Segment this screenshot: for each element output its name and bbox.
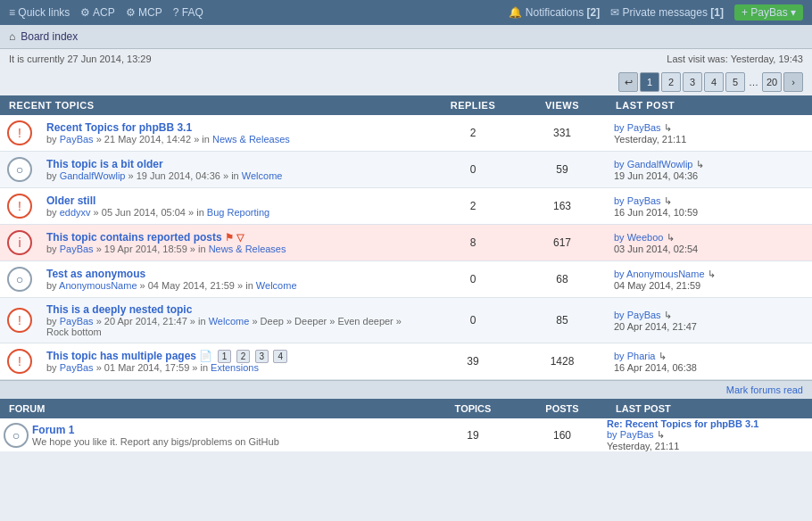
topic-title-link[interactable]: Test as anonymous	[46, 268, 145, 280]
topic-title-link[interactable]: This is a deeply nested topic	[46, 303, 192, 316]
lastpost-author-link[interactable]: by AnonymousName	[614, 269, 705, 279]
navbar-left: ≡ Quick links ⚙ ACP ⚙ MCP ? FAQ	[9, 6, 203, 19]
mcp-icon: ⚙	[126, 6, 136, 19]
envelope-icon: ✉	[610, 6, 619, 19]
menu-icon: ≡	[9, 6, 15, 19]
topic-forum-link[interactable]: Welcome	[256, 280, 297, 291]
forum-title-link[interactable]: Forum 1	[32, 424, 74, 436]
lastpost-cell: by Weeboo ↳ 03 Jun 2014, 02:54	[607, 225, 812, 261]
last-visit: Last visit was: Yesterday, 19:43	[667, 54, 803, 64]
topic-forum-link[interactable]: Bug Reporting	[207, 207, 269, 218]
acp-link[interactable]: ⚙ ACP	[80, 6, 114, 19]
acp-icon: ⚙	[80, 6, 90, 19]
replies-cell: 0	[428, 152, 518, 188]
next-page-button[interactable]: ›	[783, 72, 803, 92]
lastpost-author-link[interactable]: by GandalfWowlip	[614, 159, 692, 170]
page-mini-2[interactable]: 2	[236, 350, 251, 363]
current-time: It is currently 27 Jun 2014, 13:29	[9, 54, 152, 64]
navbar-right: 🔔 Notifications [2] ✉ Private messages […	[509, 4, 803, 21]
board-index-link[interactable]: Board index	[21, 30, 78, 43]
topic-forum-link[interactable]: Welcome	[242, 170, 283, 181]
page-mini-3[interactable]: 3	[255, 350, 269, 363]
breadcrumb: ⌂ Board index	[0, 25, 812, 49]
topic-forum-link[interactable]: Extensions	[211, 362, 259, 373]
topic-author-link[interactable]: PayBas	[60, 362, 94, 373]
topic-info-cell: Recent Topics for phpBB 3.1 by PayBas » …	[39, 115, 428, 152]
reported-topic-icon: i	[7, 230, 32, 255]
replies-cell: 8	[428, 225, 518, 261]
forums-table: ○ Forum 1 We hope you like it. Report an…	[0, 418, 812, 451]
lastpost-author-link[interactable]: by PayBas	[614, 310, 661, 320]
topic-author-link[interactable]: eddyxv	[60, 207, 91, 218]
topic-forum-link[interactable]: News & Releases	[209, 244, 286, 254]
topic-icon-cell: !	[0, 188, 39, 225]
topic-title-link[interactable]: This topic contains reported posts	[46, 231, 222, 244]
lastpost-icon: ↳	[664, 310, 672, 320]
mcp-link[interactable]: ⚙ MCP	[126, 6, 162, 19]
page-2-button[interactable]: 2	[661, 72, 681, 92]
topic-sub-info: by PayBas » 20 Apr 2014, 21:47 » in Welc…	[46, 316, 421, 337]
forum-info-cell: Forum 1 We hope you like it. Report any …	[32, 418, 428, 451]
page-3-button[interactable]: 3	[683, 72, 702, 92]
mark-forums-read-link[interactable]: Mark forums read	[726, 385, 803, 395]
topic-forum-link[interactable]: Welcome	[209, 316, 250, 327]
quick-links-menu[interactable]: ≡ Quick links	[9, 6, 70, 19]
topic-sub-info: by PayBas » 21 May 2014, 14:42 » in News…	[46, 134, 421, 145]
new-topic-icon: !	[7, 308, 32, 333]
lastpost-author-link[interactable]: by Weeboo	[614, 232, 663, 243]
page-mini-4[interactable]: 4	[273, 350, 287, 363]
forum-lastpost-author-link[interactable]: by PayBas	[607, 429, 654, 440]
topic-icon-cell: !	[0, 298, 39, 343]
recent-topics-header: RECENT TOPICS REPLIES VIEWS LAST POST	[0, 95, 812, 115]
replies-cell: 2	[428, 188, 518, 225]
lastpost-cell: by PayBas ↳ 20 Apr 2014, 21:47	[607, 298, 812, 343]
forum-icon: ○	[4, 423, 29, 448]
table-row: ○ This topic is a bit older by GandalfWo…	[0, 152, 812, 188]
topic-title-link[interactable]: This topic is a bit older	[46, 158, 163, 170]
lastpost-cell: by GandalfWowlip ↳ 19 Jun 2014, 04:36	[607, 152, 812, 188]
lastpost-author-link[interactable]: by PayBas	[614, 122, 661, 133]
page-1-button[interactable]: 1	[640, 72, 659, 92]
notifications-link[interactable]: 🔔 Notifications [2]	[509, 6, 600, 19]
mark-forums-read-bar[interactable]: Mark forums read	[0, 380, 812, 399]
topic-title-link[interactable]: This topic has multiple pages	[46, 350, 196, 362]
topic-title-link[interactable]: Recent Topics for phpBB 3.1	[46, 121, 192, 134]
topic-author-link[interactable]: PayBas	[60, 316, 94, 327]
prev-page-button[interactable]: ↩	[618, 72, 638, 92]
views-cell: 163	[518, 188, 607, 225]
forum-section-header: FORUM TOPICS POSTS LAST POST	[0, 399, 812, 418]
user-menu[interactable]: + PayBas ▾	[734, 4, 803, 21]
topic-icon-cell: !	[0, 115, 39, 152]
lastpost-author-link[interactable]: by PayBas	[614, 195, 661, 206]
topic-author-link[interactable]: PayBas	[60, 134, 94, 145]
topic-forum-link[interactable]: News & Releases	[212, 134, 290, 145]
new-topic-icon: !	[7, 349, 32, 374]
topic-sub-info: by eddyxv » 05 Jun 2014, 05:04 » in Bug …	[46, 207, 421, 218]
dropdown-icon: ▾	[791, 6, 796, 19]
replies-cell: 0	[428, 298, 518, 343]
top-pagination: ↩ 1 2 3 4 5 … 20 ›	[0, 69, 812, 95]
topic-author-link[interactable]: PayBas	[60, 244, 94, 254]
page-20-button[interactable]: 20	[762, 72, 782, 92]
forum-lastpost-title-link[interactable]: Re: Recent Topics for phpBB 3.1	[607, 418, 758, 429]
lastpost-author-link[interactable]: by Pharia	[614, 351, 655, 361]
multipage-icon: 📄	[199, 350, 212, 362]
topic-title-link[interactable]: Older still	[46, 194, 95, 207]
views-cell: 59	[518, 152, 607, 188]
topic-author-link[interactable]: AnonymousName	[59, 280, 137, 291]
page-5-button[interactable]: 5	[725, 72, 745, 92]
page-4-button[interactable]: 4	[704, 72, 724, 92]
pagination-dots: …	[747, 77, 760, 87]
table-row: ! Recent Topics for phpBB 3.1 by PayBas …	[0, 115, 812, 152]
topic-author-link[interactable]: GandalfWowlip	[60, 170, 126, 181]
replies-cell: 0	[428, 261, 518, 298]
forum-lastpost-cell: Re: Recent Topics for phpBB 3.1 by PayBa…	[607, 418, 812, 451]
topic-info-cell: This topic contains reported posts ⚑ ▽ b…	[39, 225, 428, 261]
lastpost-cell: by Pharia ↳ 16 Apr 2014, 06:38	[607, 343, 812, 380]
faq-link[interactable]: ? FAQ	[173, 6, 203, 19]
pm-link[interactable]: ✉ Private messages [1]	[610, 6, 724, 19]
table-row: i This topic contains reported posts ⚑ ▽…	[0, 225, 812, 261]
topic-info-cell: This is a deeply nested topic by PayBas …	[39, 298, 428, 343]
lastpost-icon: ↳	[659, 351, 667, 361]
page-mini-1[interactable]: 1	[218, 350, 232, 363]
